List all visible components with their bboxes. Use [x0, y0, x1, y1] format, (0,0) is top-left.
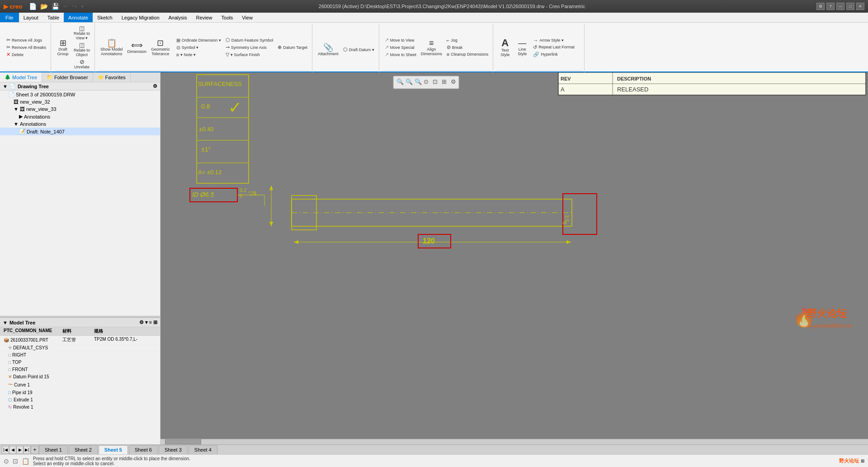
- relate-obj-btn[interactable]: ◫ Relate toObject: [72, 41, 92, 58]
- mtree-row-datum-point[interactable]: ✕ Datum Point id 15: [0, 373, 160, 381]
- line-style-btn[interactable]: — LineStyle: [514, 38, 530, 57]
- menu-annotate[interactable]: Annotate: [64, 13, 93, 22]
- svg-text:RELEASED: RELEASED: [617, 86, 648, 93]
- geometric-tolerance-btn[interactable]: ⊡ GeometricTolerance: [149, 38, 172, 57]
- save-btn[interactable]: 💾: [50, 2, 61, 11]
- move-special-btn[interactable]: ↗ Move Special: [383, 44, 418, 51]
- folder-icon: 📁: [47, 74, 53, 80]
- move-to-view-btn[interactable]: ↗ Move to View: [383, 37, 418, 43]
- cleanup-dimensions-btn[interactable]: ≡ Cleanup Dimensions: [445, 51, 490, 57]
- sheet-prev-btn[interactable]: ◀: [9, 446, 16, 454]
- note-btn[interactable]: ≡ ▾ Note ▾: [175, 52, 223, 58]
- datum-target-btn[interactable]: ⊕ Datum Target: [276, 44, 309, 51]
- new-btn[interactable]: 📄: [28, 2, 38, 11]
- mtree-row-part[interactable]: 📦 26100337001.PRT 工艺管 TP2M OD 6.35*0.7,L…: [0, 336, 160, 344]
- tab-folder-browser[interactable]: 📁 Folder Browser: [42, 72, 93, 82]
- scroll-thumb-h[interactable]: [165, 439, 201, 444]
- status-icon-2[interactable]: ⊡: [13, 457, 18, 465]
- status-icon-3[interactable]: 📋: [22, 457, 29, 465]
- window-minimize[interactable]: ─: [836, 3, 844, 10]
- canvas-area[interactable]: SURFACENESS ✓ 0.8 ±0.40 ±1° A= ±0.12 🔍 🔍…: [160, 72, 868, 444]
- menu-analysis[interactable]: Analysis: [164, 13, 192, 22]
- open-btn[interactable]: 📂: [39, 2, 49, 11]
- unrelate-btn[interactable]: ⊘ Unrelate: [72, 58, 91, 70]
- tree-item-annotations-root[interactable]: ▼ Annotations: [0, 120, 160, 128]
- mtt-icon3[interactable]: ≡: [149, 319, 152, 325]
- mtree-row-top[interactable]: □ TOP: [0, 359, 160, 366]
- surface-finish-btn[interactable]: ▽ ▾ Surface Finish: [224, 51, 275, 58]
- sheet-tab-3[interactable]: Sheet 3: [159, 445, 188, 454]
- remove-all-jogs-btn[interactable]: ✂ Remove All Jogs: [5, 37, 48, 43]
- mtree-row-extrude[interactable]: ⬡ Extrude 1: [0, 396, 160, 404]
- ordinate-dimension-btn[interactable]: ⊞ Ordinate Dimension ▾: [175, 37, 223, 44]
- show-model-annotations-btn[interactable]: 📋 Show ModelAnnotations: [99, 38, 125, 57]
- mtree-row-default-csys[interactable]: ✛ DEFAULT_CSYS: [0, 344, 160, 352]
- draft-datum-btn[interactable]: ⬡ Draft Datum ▾: [341, 46, 376, 53]
- sheet-tab-6[interactable]: Sheet 6: [129, 445, 158, 454]
- hyperlink-btn[interactable]: 🔗 Hyperlink: [531, 51, 576, 58]
- redo-btn[interactable]: ↪: [71, 2, 79, 11]
- menu-sketch[interactable]: Sketch: [93, 13, 117, 22]
- sheet-add-btn[interactable]: +: [31, 446, 39, 454]
- sheet-last-btn[interactable]: ▶|: [24, 446, 31, 454]
- window-help[interactable]: ?: [826, 3, 835, 10]
- move-to-view-label: Move to View: [390, 38, 415, 43]
- menu-legacy-migration[interactable]: Legacy Migration: [117, 13, 164, 22]
- window-maximize[interactable]: □: [846, 3, 854, 10]
- tree-item-annotations-33[interactable]: ▶ Annotations: [0, 113, 160, 120]
- sheet-tab-4[interactable]: Sheet 4: [189, 445, 217, 454]
- horizontal-scrollbar[interactable]: [160, 439, 868, 444]
- mtt-icon4[interactable]: ⊞: [153, 319, 157, 325]
- tree-item-new-view-33[interactable]: ▼ 🖼 new_view_33: [0, 105, 160, 113]
- svg-text:▽8: ▽8: [249, 190, 256, 197]
- text-style-btn[interactable]: A TextStyle: [497, 37, 513, 58]
- menu-table[interactable]: Table: [43, 13, 64, 22]
- window-close[interactable]: ✕: [856, 3, 864, 10]
- tree-item-draft-note[interactable]: 📝 Draft: Note_1407: [0, 128, 160, 135]
- tree-item-sheet3[interactable]: 📄 Sheet 3 of 26000159.DRW: [0, 91, 160, 98]
- menu-file[interactable]: File: [0, 13, 19, 22]
- dimension-btn[interactable]: ⟺ Dimension: [126, 40, 149, 55]
- sheet-tab-1[interactable]: Sheet 1: [39, 445, 68, 454]
- repeat-last-format-btn[interactable]: ↺ Repeat Last Format: [531, 44, 576, 51]
- mtree-row-curve[interactable]: 〜 Curve 1: [0, 381, 160, 389]
- attachment-btn[interactable]: 📎 Attachment: [316, 43, 340, 57]
- remove-all-breaks-btn[interactable]: ✂ Remove All Breaks: [5, 44, 48, 51]
- break-btn[interactable]: ⊘ Break: [445, 44, 490, 51]
- mtree-row-front[interactable]: □ FRONT: [0, 366, 160, 373]
- menu-layout[interactable]: Layout: [19, 13, 43, 22]
- menu-view[interactable]: View: [237, 13, 257, 22]
- symmetry-line-btn[interactable]: ⊸ Symmetry Line Axis: [224, 44, 275, 51]
- sheet-tab-5[interactable]: Sheet 5: [99, 445, 128, 454]
- mtree-row-right[interactable]: □ RIGHT: [0, 352, 160, 359]
- draft-group-btn[interactable]: ⊞ DraftGroup: [55, 38, 71, 57]
- mtree-row-pipe[interactable]: □ Pipe id 19: [0, 389, 160, 396]
- status-icon-1[interactable]: ⊙: [4, 457, 9, 465]
- annotations-row: ⊞ Ordinate Dimension ▾ ⊙ Symbol ▾ ≡ ▾ No…: [175, 37, 223, 58]
- menu-tools[interactable]: Tools: [217, 13, 238, 22]
- jog-btn[interactable]: ⌐ Jog: [445, 37, 490, 43]
- tab-favorites[interactable]: ⭐ Favorites: [93, 72, 131, 82]
- mtree-row-revolve[interactable]: ↻ Revolve 1: [0, 404, 160, 411]
- window-settings[interactable]: ⚙: [816, 3, 825, 10]
- tab-model-tree[interactable]: 🌲 Model Tree: [0, 72, 42, 82]
- drawing-tree-options[interactable]: ⚙: [153, 83, 157, 89]
- sheet-next-btn[interactable]: ▶: [16, 446, 24, 454]
- sheet-first-btn[interactable]: |◀: [2, 446, 9, 454]
- delete-btn[interactable]: ✕ Delete: [5, 51, 48, 58]
- mtt-icon1[interactable]: ⚙: [139, 319, 144, 325]
- front-name: □ FRONT: [2, 367, 61, 372]
- mtt-icon2[interactable]: ▾: [145, 319, 148, 325]
- drawing-tree-header[interactable]: ▼ 📄 Drawing Tree ⚙: [0, 82, 160, 91]
- relate-view-btn[interactable]: ◫ Relate toView ▾: [72, 24, 92, 41]
- undo-btn[interactable]: ↩: [61, 2, 70, 11]
- align-dimensions-btn[interactable]: ≡ AlignDimensions: [419, 38, 444, 57]
- menu-review[interactable]: Review: [192, 13, 217, 22]
- tree-item-new-view-32[interactable]: 🖼 new_view_32: [0, 98, 160, 105]
- arrow-style-btn[interactable]: → Arrow Style ▾: [531, 37, 576, 43]
- qat-dropdown[interactable]: ▾: [80, 2, 85, 11]
- sheet-tab-2[interactable]: Sheet 2: [69, 445, 98, 454]
- move-to-sheet-btn[interactable]: ↗ Move to Sheet: [383, 51, 418, 58]
- symbol-btn[interactable]: ⊙ Symbol ▾: [175, 44, 223, 51]
- datum-feature-btn[interactable]: ⬡ Datum Feature Symbol: [224, 37, 275, 43]
